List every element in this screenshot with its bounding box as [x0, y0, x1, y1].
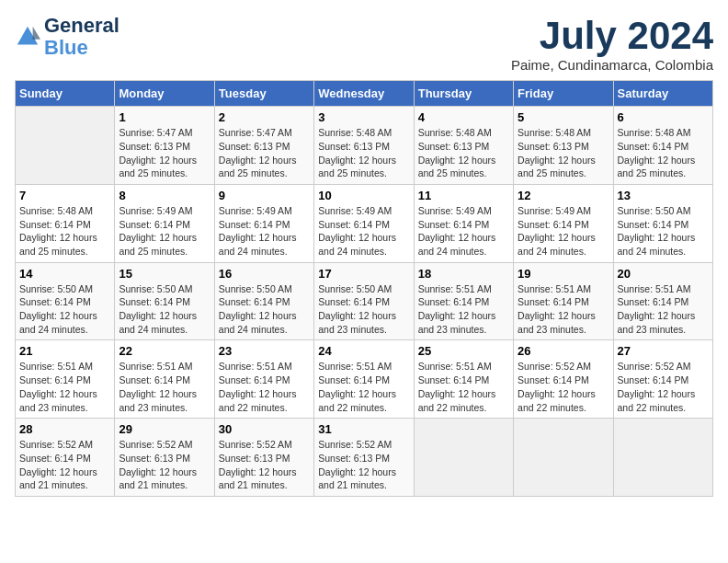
location-title: Paime, Cundinamarca, Colombia — [511, 57, 713, 73]
day-info: Sunrise: 5:51 AMSunset: 6:14 PMDaylight:… — [418, 360, 509, 414]
weekday-header: Sunday — [16, 81, 115, 107]
day-info: Sunrise: 5:52 AMSunset: 6:13 PMDaylight:… — [318, 438, 409, 492]
calendar-cell: 14Sunrise: 5:50 AMSunset: 6:14 PMDayligh… — [16, 262, 115, 340]
calendar-cell — [16, 107, 115, 185]
svg-marker-1 — [33, 27, 40, 40]
day-number: 12 — [518, 189, 609, 202]
calendar-cell: 18Sunrise: 5:51 AMSunset: 6:14 PMDayligh… — [414, 262, 513, 340]
day-number: 6 — [618, 110, 709, 124]
day-info: Sunrise: 5:49 AMSunset: 6:14 PMDaylight:… — [318, 204, 409, 259]
calendar-cell: 23Sunrise: 5:51 AMSunset: 6:14 PMDayligh… — [214, 340, 313, 419]
day-info: Sunrise: 5:52 AMSunset: 6:14 PMDaylight:… — [618, 360, 709, 414]
day-number: 24 — [318, 344, 409, 358]
calendar-cell: 9Sunrise: 5:49 AMSunset: 6:14 PMDaylight… — [214, 184, 313, 262]
day-info: Sunrise: 5:52 AMSunset: 6:13 PMDaylight:… — [119, 438, 210, 492]
day-number: 9 — [219, 189, 310, 202]
day-info: Sunrise: 5:49 AMSunset: 6:14 PMDaylight:… — [219, 204, 310, 259]
calendar-cell: 30Sunrise: 5:52 AMSunset: 6:13 PMDayligh… — [214, 419, 313, 497]
day-number: 26 — [518, 344, 609, 358]
day-number: 7 — [19, 189, 110, 202]
day-number: 28 — [19, 422, 110, 436]
calendar-week-row: 14Sunrise: 5:50 AMSunset: 6:14 PMDayligh… — [16, 262, 713, 340]
calendar-cell: 8Sunrise: 5:49 AMSunset: 6:14 PMDaylight… — [115, 184, 214, 262]
day-number: 22 — [119, 344, 210, 358]
day-info: Sunrise: 5:50 AMSunset: 6:14 PMDaylight:… — [318, 282, 409, 337]
calendar-cell: 15Sunrise: 5:50 AMSunset: 6:14 PMDayligh… — [115, 262, 214, 340]
weekday-header-row: SundayMondayTuesdayWednesdayThursdayFrid… — [16, 81, 713, 107]
title-block: July 2024 Paime, Cundinamarca, Colombia — [511, 15, 713, 73]
day-number: 8 — [119, 189, 210, 202]
calendar-cell: 12Sunrise: 5:49 AMSunset: 6:14 PMDayligh… — [514, 184, 613, 262]
day-number: 5 — [518, 110, 609, 124]
day-info: Sunrise: 5:47 AMSunset: 6:13 PMDaylight:… — [119, 126, 210, 180]
day-info: Sunrise: 5:51 AMSunset: 6:14 PMDaylight:… — [518, 282, 609, 337]
day-number: 23 — [219, 344, 310, 358]
calendar-cell: 20Sunrise: 5:51 AMSunset: 6:14 PMDayligh… — [613, 262, 712, 340]
day-number: 18 — [418, 267, 509, 281]
calendar-cell — [514, 419, 613, 497]
logo-text: General Blue — [44, 15, 119, 59]
day-info: Sunrise: 5:50 AMSunset: 6:14 PMDaylight:… — [119, 282, 210, 337]
day-number: 2 — [219, 110, 310, 124]
day-number: 3 — [318, 110, 409, 124]
calendar-table: SundayMondayTuesdayWednesdayThursdayFrid… — [15, 80, 713, 497]
calendar-cell: 29Sunrise: 5:52 AMSunset: 6:13 PMDayligh… — [115, 419, 214, 497]
calendar-cell: 6Sunrise: 5:48 AMSunset: 6:14 PMDaylight… — [613, 107, 712, 185]
calendar-cell: 26Sunrise: 5:52 AMSunset: 6:14 PMDayligh… — [514, 340, 613, 419]
day-info: Sunrise: 5:49 AMSunset: 6:14 PMDaylight:… — [119, 204, 210, 259]
day-info: Sunrise: 5:48 AMSunset: 6:13 PMDaylight:… — [518, 126, 609, 180]
calendar-cell: 21Sunrise: 5:51 AMSunset: 6:14 PMDayligh… — [16, 340, 115, 419]
logo: General Blue — [15, 15, 119, 59]
calendar-cell — [613, 419, 712, 497]
day-info: Sunrise: 5:50 AMSunset: 6:14 PMDaylight:… — [19, 282, 110, 337]
calendar-cell: 24Sunrise: 5:51 AMSunset: 6:14 PMDayligh… — [314, 340, 414, 419]
calendar-cell: 31Sunrise: 5:52 AMSunset: 6:13 PMDayligh… — [314, 419, 414, 497]
month-title: July 2024 — [511, 15, 713, 57]
weekday-header: Tuesday — [214, 81, 313, 107]
calendar-cell: 22Sunrise: 5:51 AMSunset: 6:14 PMDayligh… — [115, 340, 214, 419]
weekday-header: Saturday — [613, 81, 712, 107]
day-info: Sunrise: 5:48 AMSunset: 6:14 PMDaylight:… — [19, 204, 110, 259]
day-number: 10 — [318, 189, 409, 202]
day-number: 25 — [418, 344, 509, 358]
day-info: Sunrise: 5:51 AMSunset: 6:14 PMDaylight:… — [318, 360, 409, 414]
calendar-cell: 25Sunrise: 5:51 AMSunset: 6:14 PMDayligh… — [414, 340, 513, 419]
calendar-cell: 27Sunrise: 5:52 AMSunset: 6:14 PMDayligh… — [613, 340, 712, 419]
calendar-cell: 1Sunrise: 5:47 AMSunset: 6:13 PMDaylight… — [115, 107, 214, 185]
day-info: Sunrise: 5:50 AMSunset: 6:14 PMDaylight:… — [219, 282, 310, 337]
calendar-week-row: 1Sunrise: 5:47 AMSunset: 6:13 PMDaylight… — [16, 107, 713, 185]
calendar-cell: 13Sunrise: 5:50 AMSunset: 6:14 PMDayligh… — [613, 184, 712, 262]
day-info: Sunrise: 5:48 AMSunset: 6:13 PMDaylight:… — [318, 126, 409, 180]
day-number: 1 — [119, 110, 210, 124]
page-header: General Blue July 2024 Paime, Cundinamar… — [15, 15, 713, 73]
calendar-cell: 2Sunrise: 5:47 AMSunset: 6:13 PMDaylight… — [214, 107, 313, 185]
day-number: 31 — [318, 422, 409, 436]
calendar-cell — [414, 419, 513, 497]
day-info: Sunrise: 5:49 AMSunset: 6:14 PMDaylight:… — [518, 204, 609, 259]
day-info: Sunrise: 5:51 AMSunset: 6:14 PMDaylight:… — [19, 360, 110, 414]
day-number: 20 — [618, 267, 709, 281]
calendar-cell: 3Sunrise: 5:48 AMSunset: 6:13 PMDaylight… — [314, 107, 414, 185]
day-number: 30 — [219, 422, 310, 436]
calendar-cell: 11Sunrise: 5:49 AMSunset: 6:14 PMDayligh… — [414, 184, 513, 262]
weekday-header: Friday — [514, 81, 613, 107]
weekday-header: Monday — [115, 81, 214, 107]
calendar-week-row: 21Sunrise: 5:51 AMSunset: 6:14 PMDayligh… — [16, 340, 713, 419]
day-info: Sunrise: 5:52 AMSunset: 6:14 PMDaylight:… — [518, 360, 609, 414]
day-number: 17 — [318, 267, 409, 281]
day-number: 15 — [119, 267, 210, 281]
calendar-cell: 28Sunrise: 5:52 AMSunset: 6:14 PMDayligh… — [16, 419, 115, 497]
calendar-cell: 5Sunrise: 5:48 AMSunset: 6:13 PMDaylight… — [514, 107, 613, 185]
calendar-cell: 10Sunrise: 5:49 AMSunset: 6:14 PMDayligh… — [314, 184, 414, 262]
day-info: Sunrise: 5:48 AMSunset: 6:13 PMDaylight:… — [418, 126, 509, 180]
day-number: 16 — [219, 267, 310, 281]
day-number: 13 — [618, 189, 709, 202]
calendar-week-row: 28Sunrise: 5:52 AMSunset: 6:14 PMDayligh… — [16, 419, 713, 497]
day-info: Sunrise: 5:52 AMSunset: 6:13 PMDaylight:… — [219, 438, 310, 492]
day-info: Sunrise: 5:51 AMSunset: 6:14 PMDaylight:… — [119, 360, 210, 414]
logo-icon — [15, 24, 40, 50]
calendar-cell: 16Sunrise: 5:50 AMSunset: 6:14 PMDayligh… — [214, 262, 313, 340]
day-info: Sunrise: 5:51 AMSunset: 6:14 PMDaylight:… — [618, 282, 709, 337]
day-number: 19 — [518, 267, 609, 281]
day-number: 14 — [19, 267, 110, 281]
